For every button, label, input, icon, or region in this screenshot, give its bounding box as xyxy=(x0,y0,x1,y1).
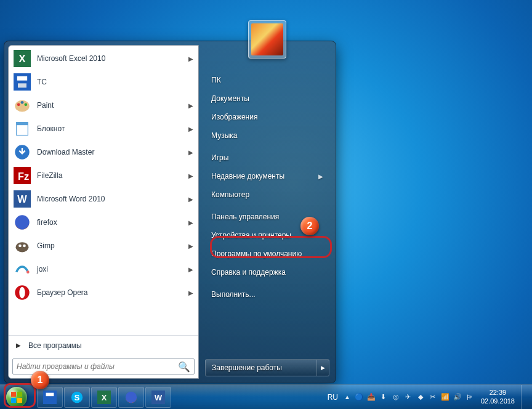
program-label: firefox xyxy=(37,218,57,227)
taskbar-excel[interactable]: X xyxy=(91,387,117,408)
right-item-recent-documents[interactable]: Недавние документы▶ xyxy=(205,167,329,185)
svg-rect-25 xyxy=(11,398,16,403)
svg-point-6 xyxy=(17,103,20,107)
tray-nvidia-icon[interactable]: ◎ xyxy=(391,392,401,402)
program-label: Блокнот xyxy=(37,124,65,133)
submenu-arrow-icon: ▶ xyxy=(188,196,193,203)
download-icon xyxy=(14,144,31,161)
tray-action-center-icon[interactable]: 🏳 xyxy=(465,392,475,402)
tray-joxi-icon[interactable]: ✂ xyxy=(428,392,438,402)
right-item-label: Компьютер xyxy=(211,190,249,199)
program-label: joxi xyxy=(37,265,48,273)
save-icon xyxy=(14,73,31,91)
tray-overflow-arrow-icon[interactable]: ▲ xyxy=(343,394,352,400)
right-item-label: Программы по умолчанию xyxy=(211,249,302,258)
tray-download-icon[interactable]: ⬇ xyxy=(379,392,389,402)
program-item-word[interactable]: W Microsoft Word 2010 ▶ xyxy=(9,187,198,211)
right-item-label: Изображения xyxy=(211,113,257,121)
tray-telegram-icon[interactable]: ✈ xyxy=(403,392,413,402)
right-item-label: Выполнить... xyxy=(211,290,256,299)
tray-app-icon[interactable]: ◆ xyxy=(416,392,425,402)
svg-text:X: X xyxy=(102,392,107,402)
right-item-documents[interactable]: Документы xyxy=(205,89,329,108)
submenu-arrow-icon: ▶ xyxy=(188,219,193,226)
language-indicator[interactable]: RU xyxy=(325,393,341,402)
right-item-music[interactable]: Музыка xyxy=(205,126,329,145)
program-item-excel[interactable]: X Microsoft Excel 2010 ▶ xyxy=(9,47,198,70)
svg-text:W: W xyxy=(17,193,27,204)
program-item-paint[interactable]: Paint ▶ xyxy=(9,94,198,117)
program-label: Microsoft Excel 2010 xyxy=(37,54,105,63)
taskbar-word[interactable]: W xyxy=(145,387,171,408)
all-programs-button[interactable]: ▶ Все программы xyxy=(9,335,198,355)
taskbar-totalcmd[interactable] xyxy=(37,387,63,408)
start-button[interactable] xyxy=(0,385,33,410)
program-item-notepad[interactable]: Блокнот ▶ xyxy=(9,117,198,140)
show-desktop-button[interactable] xyxy=(521,385,528,410)
time-text: 22:39 xyxy=(481,389,515,397)
search-icon: 🔍 xyxy=(178,361,190,373)
search-input[interactable] xyxy=(17,362,174,371)
shutdown-button[interactable]: Завершение работы ▶ xyxy=(205,359,329,376)
taskbar-skype[interactable]: S xyxy=(64,387,90,408)
right-item-label: Панель управления xyxy=(211,213,279,221)
shutdown-options-arrow[interactable]: ▶ xyxy=(316,360,329,376)
right-item-games[interactable]: Игры xyxy=(205,148,329,167)
svg-point-20 xyxy=(26,270,30,273)
right-item-label: Устройства и принтеры xyxy=(211,231,291,240)
system-tray: RU ▲ 🔵 📥 ⬇ ◎ ✈ ◆ ✂ 📶 🔊 🏳 22:39 02.09.201… xyxy=(325,385,532,409)
program-label: Microsoft Word 2010 xyxy=(37,195,105,203)
taskbar-firefox[interactable] xyxy=(118,387,144,408)
tray-utorrent-icon[interactable]: 📥 xyxy=(366,392,376,402)
svg-rect-10 xyxy=(17,123,28,126)
desktop: X Microsoft Excel 2010 ▶ TC Paint ▶ Блок… xyxy=(0,0,532,409)
svg-rect-28 xyxy=(46,392,54,396)
submenu-arrow-icon: ▶ xyxy=(188,266,193,273)
submenu-arrow-icon: ▶ xyxy=(188,172,193,179)
right-item-label: ПК xyxy=(211,76,221,84)
notepad-icon xyxy=(14,120,31,137)
filezilla-icon: Fz xyxy=(14,167,31,184)
program-item-opera[interactable]: Браузер Opera ▶ xyxy=(9,281,198,304)
right-item-devices-printers[interactable]: Устройства и принтеры xyxy=(205,226,329,245)
all-programs-label: Все программы xyxy=(28,341,82,350)
submenu-arrow-icon: ▶ xyxy=(188,243,193,249)
right-item-computer[interactable]: Компьютер xyxy=(205,185,329,204)
right-item-label: Игры xyxy=(211,153,228,162)
windows-logo-icon xyxy=(6,387,27,408)
svg-point-8 xyxy=(25,103,28,107)
program-item-tc[interactable]: TC xyxy=(9,70,198,94)
program-item-filezilla[interactable]: Fz FileZilla ▶ xyxy=(9,164,198,187)
right-item-pc[interactable]: ПК xyxy=(205,71,329,89)
program-item-gimp[interactable]: Gimp ▶ xyxy=(9,234,198,257)
tray-skype-icon[interactable]: 🔵 xyxy=(354,392,364,402)
svg-point-18 xyxy=(18,245,22,248)
svg-rect-2 xyxy=(14,73,31,91)
right-item-pictures[interactable]: Изображения xyxy=(205,108,329,126)
svg-point-7 xyxy=(21,101,24,104)
svg-rect-3 xyxy=(17,76,27,81)
right-item-label: Недавние документы xyxy=(211,172,284,180)
svg-point-22 xyxy=(19,287,25,299)
user-avatar[interactable] xyxy=(248,20,286,59)
tray-network-icon[interactable]: 📶 xyxy=(440,392,450,402)
right-item-control-panel[interactable]: Панель управления xyxy=(205,208,329,226)
clock[interactable]: 22:39 02.09.2018 xyxy=(477,389,515,405)
avatar-image xyxy=(251,23,283,55)
tray-volume-icon[interactable]: 🔊 xyxy=(453,392,462,402)
program-item-joxi[interactable]: joxi ▶ xyxy=(9,257,198,281)
right-item-label: Музыка xyxy=(211,131,237,140)
program-label: FileZilla xyxy=(37,171,62,180)
right-item-run[interactable]: Выполнить... xyxy=(205,285,329,304)
search-box[interactable]: 🔍 xyxy=(12,358,195,375)
date-text: 02.09.2018 xyxy=(481,397,515,405)
start-menu-right-pane: ПК Документы Изображения Музыка Игры Нед… xyxy=(199,41,336,383)
right-item-default-programs[interactable]: Программы по умолчанию xyxy=(205,245,329,263)
program-item-firefox[interactable]: firefox ▶ xyxy=(9,211,198,234)
right-item-help-support[interactable]: Справка и поддержка xyxy=(205,263,329,281)
svg-rect-26 xyxy=(17,398,22,403)
start-menu-left-pane: X Microsoft Excel 2010 ▶ TC Paint ▶ Блок… xyxy=(8,45,199,379)
program-item-download-master[interactable]: Download Master ▶ xyxy=(9,140,198,164)
right-item-label: Документы xyxy=(211,94,249,103)
taskbar: S X W RU ▲ 🔵 📥 ⬇ ◎ ✈ ◆ ✂ 📶 🔊 🏳 22:39 02.… xyxy=(0,384,532,409)
